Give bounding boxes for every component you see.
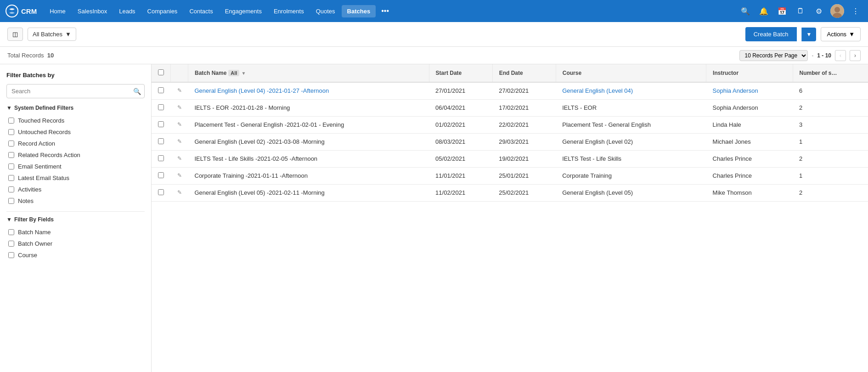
row-instructor-1[interactable]: Sophia Anderson <box>706 100 793 117</box>
filter-untouched-records[interactable]: Untouched Records <box>6 126 145 138</box>
row-batch-name-4[interactable]: IELTS Test - Life Skills -2021-02-05 -Af… <box>188 151 429 168</box>
row-course-0[interactable]: General English (Level 04) <box>556 82 706 100</box>
batch-filter-chevron-icon: ▼ <box>65 31 71 38</box>
header-instructor[interactable]: Instructor <box>706 64 793 82</box>
nav-quotes[interactable]: Quotes <box>310 5 341 17</box>
filter-email-sentiment[interactable]: Email Sentiment <box>6 161 145 172</box>
row-checkbox-4[interactable] <box>158 155 164 161</box>
select-all-checkbox[interactable] <box>158 69 164 75</box>
create-batch-arrow-button[interactable]: ▼ <box>801 28 817 41</box>
row-edit-icon-4[interactable]: ✎ <box>171 151 188 168</box>
row-course-6[interactable]: General English (Level 05) <box>556 185 706 202</box>
row-edit-icon-3[interactable]: ✎ <box>171 134 188 151</box>
row-edit-icon-0[interactable]: ✎ <box>171 82 188 100</box>
row-course-5[interactable]: Corporate Training <box>556 168 706 185</box>
row-edit-icon-6[interactable]: ✎ <box>171 185 188 202</box>
nav-salesinbox[interactable]: SalesInbox <box>72 5 113 17</box>
filter-course[interactable]: Course <box>6 249 145 261</box>
header-end-date[interactable]: End Date <box>492 64 556 82</box>
pagination-prev-button[interactable]: ‹ <box>835 50 846 61</box>
batch-filter-dropdown[interactable]: All Batches ▼ <box>28 28 76 41</box>
filter-touched-records-checkbox[interactable] <box>8 118 14 124</box>
row-edit-icon-2[interactable]: ✎ <box>171 117 188 134</box>
search-icon[interactable]: 🔍 <box>133 88 141 95</box>
calendar-icon-btn[interactable]: 🗒 <box>794 4 807 18</box>
row-course-4[interactable]: IELTS Test - Life Skills <box>556 151 706 168</box>
batch-name-sort-icon: ▼ <box>241 71 246 76</box>
filter-icon-button[interactable]: ◫ <box>7 28 23 41</box>
filter-latest-email-status[interactable]: Latest Email Status <box>6 172 145 184</box>
filter-activities-checkbox[interactable] <box>8 186 14 192</box>
nav-home[interactable]: Home <box>44 5 71 17</box>
row-edit-icon-1[interactable]: ✎ <box>171 100 188 117</box>
row-instructor-2[interactable]: Linda Hale <box>706 117 793 134</box>
row-instructor-4[interactable]: Charles Prince <box>706 151 793 168</box>
notifications-icon-btn[interactable]: 🔔 <box>757 4 771 18</box>
row-batch-name-3[interactable]: General English (Level 02) -2021-03-08 -… <box>188 134 429 151</box>
field-filters-header[interactable]: ▼ Filter By Fields <box>6 216 145 223</box>
app-logo[interactable]: CRM <box>6 5 37 17</box>
header-batch-name[interactable]: Batch Name All ▼ <box>188 64 429 82</box>
nav-contacts[interactable]: Contacts <box>184 5 218 17</box>
pagination-next-button[interactable]: › <box>850 50 861 61</box>
actions-button[interactable]: Actions ▼ <box>821 27 861 41</box>
filter-notes-checkbox[interactable] <box>8 198 14 204</box>
row-checkbox-0[interactable] <box>158 87 164 93</box>
row-checkbox-1[interactable] <box>158 104 164 110</box>
header-start-date[interactable]: Start Date <box>429 64 492 82</box>
filter-notes[interactable]: Notes <box>6 195 145 207</box>
row-batch-name-6[interactable]: General English (Level 05) -2021-02-11 -… <box>188 185 429 202</box>
nav-batches[interactable]: Batches <box>342 5 376 17</box>
nav-companies[interactable]: Companies <box>142 5 183 17</box>
filter-batch-owner-checkbox[interactable] <box>8 241 14 247</box>
row-instructor-6[interactable]: Mike Thomson <box>706 185 793 202</box>
filter-record-action-checkbox[interactable] <box>8 141 14 147</box>
row-edit-icon-5[interactable]: ✎ <box>171 168 188 185</box>
nav-engagements[interactable]: Engagements <box>220 5 267 17</box>
filter-batch-name[interactable]: Batch Name <box>6 226 145 238</box>
nav-leads[interactable]: Leads <box>113 5 141 17</box>
row-batch-name-0[interactable]: General English (Level 04) -2021-01-27 -… <box>188 82 429 100</box>
actions-label: Actions <box>827 31 846 38</box>
user-avatar[interactable] <box>830 4 844 18</box>
batch-name-all-tag[interactable]: All <box>228 70 239 76</box>
filter-batch-name-checkbox[interactable] <box>8 229 14 235</box>
row-course-2[interactable]: Placement Test - General English <box>556 117 706 134</box>
row-instructor-0[interactable]: Sophia Anderson <box>706 82 793 100</box>
row-course-3[interactable]: General English (Level 02) <box>556 134 706 151</box>
nav-more[interactable]: ••• <box>377 4 394 18</box>
grid-icon-btn[interactable]: ⋮ <box>849 4 862 18</box>
row-checkbox-5[interactable] <box>158 172 164 178</box>
row-checkbox-2[interactable] <box>158 121 164 127</box>
row-course-1[interactable]: IELTS - EOR <box>556 100 706 117</box>
filter-latest-email-status-checkbox[interactable] <box>8 175 14 181</box>
nav-enrolments[interactable]: Enrolments <box>268 5 310 17</box>
row-checkbox-6[interactable] <box>158 189 164 195</box>
row-batch-name-1[interactable]: IELTS - EOR -2021-01-28 - Morning <box>188 100 429 117</box>
filter-untouched-records-checkbox[interactable] <box>8 129 14 135</box>
search-icon-btn[interactable]: 🔍 <box>738 4 752 18</box>
header-course[interactable]: Course <box>556 64 706 82</box>
row-batch-name-5[interactable]: Corporate Training -2021-01-11 -Afternoo… <box>188 168 429 185</box>
filter-related-records-action-checkbox[interactable] <box>8 152 14 158</box>
filter-touched-records[interactable]: Touched Records <box>6 115 145 126</box>
row-instructor-5[interactable]: Charles Prince <box>706 168 793 185</box>
records-per-page-select[interactable]: 10 Records Per Page <box>739 50 808 61</box>
row-instructor-3[interactable]: Michael Jones <box>706 134 793 151</box>
filter-related-records-action[interactable]: Related Records Action <box>6 149 145 161</box>
header-num-students[interactable]: Number of s… <box>793 64 868 82</box>
calendar-add-icon-btn[interactable]: 📅 <box>775 4 789 18</box>
filter-batch-owner[interactable]: Batch Owner <box>6 238 145 249</box>
system-filters-header[interactable]: ▼ System Defined Filters <box>6 105 145 111</box>
row-end-date-1: 17/02/2021 <box>492 100 556 117</box>
filter-activities[interactable]: Activities <box>6 184 145 195</box>
settings-icon-btn[interactable]: ⚙ <box>812 4 826 18</box>
filter-email-sentiment-checkbox[interactable] <box>8 163 14 169</box>
row-batch-name-2[interactable]: Placement Test - General English -2021-0… <box>188 117 429 134</box>
row-checkbox-3[interactable] <box>158 138 164 144</box>
filter-course-checkbox[interactable] <box>8 252 14 258</box>
search-input[interactable] <box>6 84 145 98</box>
create-batch-button[interactable]: Create Batch <box>745 27 797 41</box>
row-start-date-5: 11/01/2021 <box>429 168 492 185</box>
filter-record-action[interactable]: Record Action <box>6 138 145 149</box>
